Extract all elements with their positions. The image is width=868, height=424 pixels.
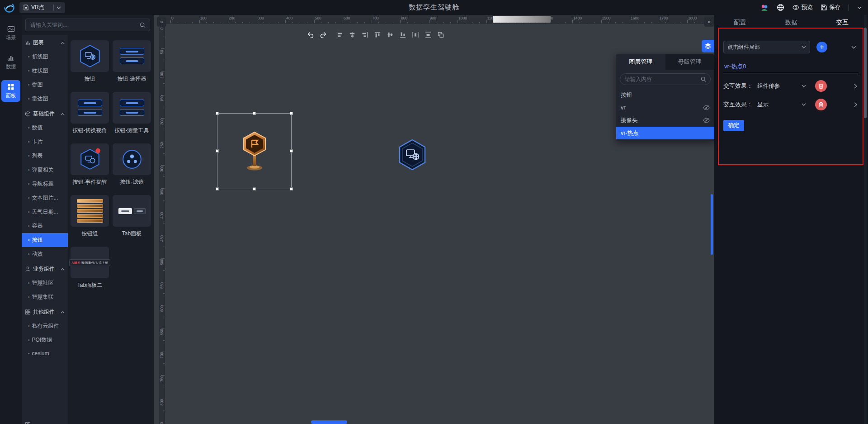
selection-box[interactable] — [217, 113, 292, 189]
library-item[interactable]: 文本图片... — [22, 191, 68, 205]
library-item[interactable]: 动效 — [22, 247, 68, 261]
tab-config[interactable]: 配置 — [714, 19, 765, 27]
tab-layer-management[interactable]: 图层管理 — [616, 54, 665, 70]
library-search-input[interactable] — [26, 22, 140, 28]
library-item[interactable]: 导航标题 — [22, 177, 68, 191]
combine-icon[interactable] — [437, 31, 445, 39]
resize-handle[interactable] — [253, 112, 256, 115]
layer-item-vr[interactable]: vr — [616, 101, 714, 114]
library-item[interactable]: POI数据 — [22, 333, 68, 347]
canvas-vertical-scrollbar[interactable] — [711, 194, 713, 255]
delete-effect-button[interactable] — [815, 99, 827, 110]
distribute-h-icon[interactable] — [411, 31, 420, 39]
resize-handle[interactable] — [216, 149, 219, 152]
interaction-name-input[interactable] — [723, 62, 858, 73]
layers-search-input[interactable] — [620, 76, 701, 82]
chevron-down-icon[interactable] — [857, 6, 862, 9]
tile-tab-panel-2-preview[interactable]: AI事件/视频事件/人流上报 — [71, 247, 109, 278]
delete-effect-button[interactable] — [815, 80, 827, 92]
category-header-partial[interactable] — [22, 418, 68, 424]
library-item[interactable]: 按钮 — [22, 233, 68, 247]
chevron-right-icon[interactable] — [854, 84, 857, 89]
canvas-horizontal-scrollbar[interactable] — [311, 420, 347, 424]
user-colorful-icon[interactable] — [760, 4, 769, 12]
category-header-3[interactable]: 业务组件 — [22, 261, 68, 276]
library-item[interactable]: 私有云组件 — [22, 319, 68, 333]
tile-button-measure-tool-preview[interactable] — [113, 92, 151, 124]
library-item[interactable]: cesium — [22, 347, 68, 360]
resize-handle[interactable] — [216, 187, 219, 191]
collapse-library-button[interactable]: « — [157, 17, 166, 27]
library-item[interactable]: 饼图 — [22, 78, 68, 92]
tab-data[interactable]: 数据 — [765, 19, 816, 27]
scrollbar-thumb[interactable] — [864, 28, 867, 118]
library-item[interactable]: 数值 — [22, 121, 68, 135]
resize-handle[interactable] — [290, 187, 293, 191]
globe-icon[interactable] — [777, 4, 784, 11]
align-left-icon[interactable] — [335, 31, 344, 39]
tile-button-switch-view-preview[interactable] — [71, 92, 109, 124]
ruler-minimap[interactable] — [493, 16, 551, 23]
library-item[interactable]: 天气日期... — [22, 205, 68, 219]
layer-item-摄像头[interactable]: 摄像头 — [616, 114, 714, 127]
add-interaction-button[interactable]: + — [816, 42, 827, 52]
resize-handle[interactable] — [290, 149, 293, 152]
align-right-icon[interactable] — [361, 31, 369, 39]
confirm-button[interactable]: 确定 — [723, 120, 744, 131]
tile-button-filter-preview[interactable] — [113, 143, 151, 175]
nav-panel[interactable]: 面板 — [1, 80, 20, 102]
library-item[interactable]: 卡片 — [22, 135, 68, 149]
tile-button-event-alert-preview[interactable] — [71, 143, 109, 175]
save-button[interactable]: 保存 — [821, 4, 840, 11]
library-item[interactable]: 智慧社区 — [22, 276, 68, 290]
category-header-1[interactable]: 图表 — [22, 35, 68, 50]
nav-data[interactable]: 数据 — [1, 51, 20, 73]
layers-search[interactable] — [620, 73, 711, 85]
chevron-down-icon[interactable] — [851, 46, 856, 49]
collapse-panel-button[interactable]: » — [704, 17, 714, 27]
tile-button-group-preview[interactable] — [71, 195, 109, 227]
trigger-type-select[interactable]: 点击组件局部 — [723, 41, 810, 53]
tile-tab-panel-preview[interactable] — [113, 195, 151, 227]
library-item[interactable]: 柱状图 — [22, 64, 68, 78]
tab-master-management[interactable]: 母版管理 — [665, 54, 715, 70]
resize-handle[interactable] — [290, 112, 293, 115]
category-header-2[interactable]: 基础组件 — [22, 106, 68, 121]
category-header-4[interactable]: 其他组件 — [22, 304, 68, 319]
library-item[interactable]: 列表 — [22, 149, 68, 163]
eye-off-icon[interactable] — [703, 118, 710, 123]
library-item[interactable]: 弹窗相关 — [22, 163, 68, 177]
distribute-v-icon[interactable] — [424, 31, 432, 39]
align-center-h-icon[interactable] — [348, 31, 356, 39]
align-top-icon[interactable] — [373, 31, 382, 39]
layers-toggle-button[interactable] — [702, 40, 714, 52]
library-item[interactable]: 容器 — [22, 219, 68, 233]
layer-item-按钮[interactable]: 按钮 — [616, 89, 714, 101]
effect-select[interactable]: 组件传参 — [757, 82, 806, 90]
tile-button-selector-preview[interactable] — [113, 40, 151, 72]
chevron-down-icon[interactable] — [57, 6, 61, 9]
eye-off-icon[interactable] — [703, 105, 710, 110]
resize-handle[interactable] — [216, 112, 219, 115]
vr-hotspot-element[interactable] — [238, 130, 271, 172]
library-item[interactable]: 雷达图 — [22, 92, 68, 106]
project-selector[interactable]: VR点 — [19, 2, 65, 13]
redo-icon[interactable] — [319, 31, 327, 39]
undo-icon[interactable] — [307, 31, 315, 39]
canvas-hexagon-button-element[interactable] — [398, 139, 427, 171]
library-item[interactable]: 折线图 — [22, 50, 68, 64]
resize-handle[interactable] — [253, 187, 256, 191]
tile-button-preview[interactable] — [71, 40, 109, 72]
tab-interaction[interactable]: 交互 — [817, 19, 868, 27]
align-middle-icon[interactable] — [386, 31, 394, 39]
nav-scene[interactable]: 场景 — [1, 22, 20, 44]
layer-item-vr-热点[interactable]: vr-热点 — [616, 127, 714, 139]
library-search[interactable] — [25, 19, 150, 31]
preview-button[interactable]: 预览 — [793, 4, 813, 11]
app-logo-icon[interactable] — [4, 2, 15, 13]
align-bottom-icon[interactable] — [399, 31, 407, 39]
chevron-right-icon[interactable] — [854, 102, 857, 107]
effect-select[interactable]: 显示 — [757, 101, 806, 109]
library-item[interactable]: 智慧集联 — [22, 290, 68, 304]
inspector-scrollbar[interactable] — [864, 15, 867, 424]
